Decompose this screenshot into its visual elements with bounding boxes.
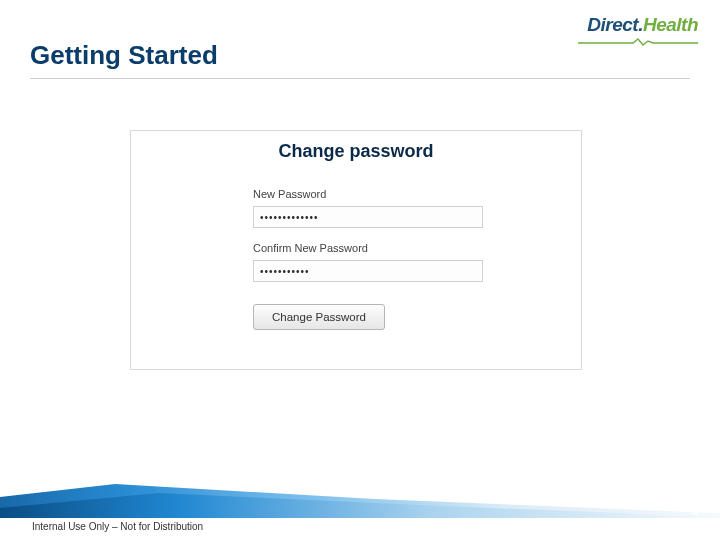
new-password-input[interactable]	[253, 206, 483, 228]
title-divider	[30, 78, 690, 79]
footer-band: Internal Use Only – Not for Distribution…	[0, 490, 720, 540]
new-password-label: New Password	[253, 188, 581, 200]
brand-part-2: Health	[643, 14, 698, 35]
change-password-card: Change password New Password Confirm New…	[130, 130, 582, 370]
form-body: New Password Confirm New Password Change…	[131, 162, 581, 330]
brand-heartbeat-icon	[578, 38, 698, 46]
confirm-password-label: Confirm New Password	[253, 242, 581, 254]
form-heading: Change password	[131, 141, 581, 162]
brand-part-1: Direct.	[587, 14, 643, 35]
slide: Direct.Health Getting Started Change pas…	[0, 0, 720, 540]
footer-disclaimer: Internal Use Only – Not for Distribution	[32, 521, 203, 532]
confirm-password-input[interactable]	[253, 260, 483, 282]
brand-logo: Direct.Health	[587, 14, 698, 36]
page-title: Getting Started	[30, 40, 218, 71]
page-number: 4	[692, 506, 698, 518]
change-password-button[interactable]: Change Password	[253, 304, 385, 330]
